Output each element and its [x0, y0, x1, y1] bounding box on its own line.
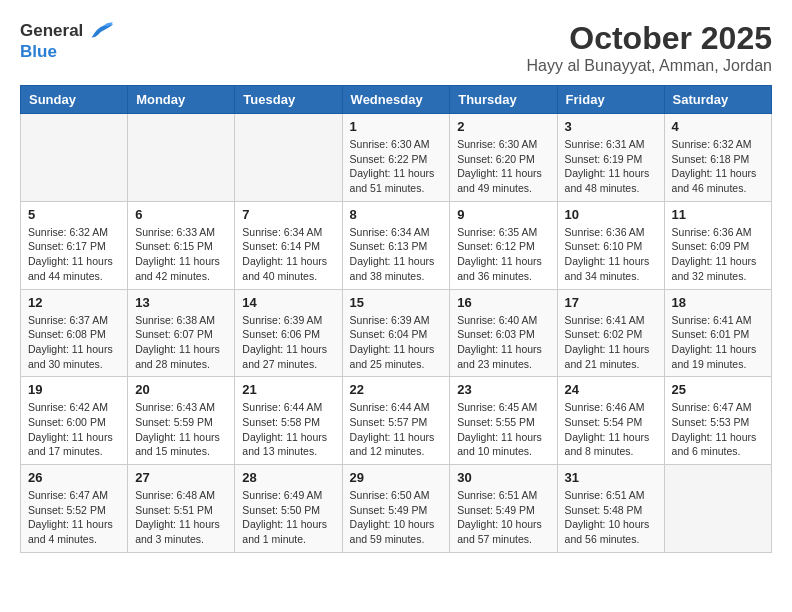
day-info: Sunrise: 6:39 AM Sunset: 6:04 PM Dayligh…: [350, 313, 443, 372]
calendar-cell: 16Sunrise: 6:40 AM Sunset: 6:03 PM Dayli…: [450, 289, 557, 377]
day-info: Sunrise: 6:30 AM Sunset: 6:20 PM Dayligh…: [457, 137, 549, 196]
calendar-cell: 18Sunrise: 6:41 AM Sunset: 6:01 PM Dayli…: [664, 289, 771, 377]
day-number: 5: [28, 207, 120, 222]
day-number: 21: [242, 382, 334, 397]
day-info: Sunrise: 6:35 AM Sunset: 6:12 PM Dayligh…: [457, 225, 549, 284]
day-number: 14: [242, 295, 334, 310]
day-info: Sunrise: 6:51 AM Sunset: 5:49 PM Dayligh…: [457, 488, 549, 547]
day-number: 29: [350, 470, 443, 485]
day-info: Sunrise: 6:42 AM Sunset: 6:00 PM Dayligh…: [28, 400, 120, 459]
day-number: 25: [672, 382, 764, 397]
calendar-week-4: 19Sunrise: 6:42 AM Sunset: 6:00 PM Dayli…: [21, 377, 772, 465]
day-info: Sunrise: 6:44 AM Sunset: 5:58 PM Dayligh…: [242, 400, 334, 459]
calendar-cell: 24Sunrise: 6:46 AM Sunset: 5:54 PM Dayli…: [557, 377, 664, 465]
calendar-cell: 26Sunrise: 6:47 AM Sunset: 5:52 PM Dayli…: [21, 465, 128, 553]
day-info: Sunrise: 6:46 AM Sunset: 5:54 PM Dayligh…: [565, 400, 657, 459]
weekday-header-tuesday: Tuesday: [235, 86, 342, 114]
day-number: 8: [350, 207, 443, 222]
calendar-cell: 1Sunrise: 6:30 AM Sunset: 6:22 PM Daylig…: [342, 114, 450, 202]
day-info: Sunrise: 6:45 AM Sunset: 5:55 PM Dayligh…: [457, 400, 549, 459]
day-number: 11: [672, 207, 764, 222]
calendar-cell: 31Sunrise: 6:51 AM Sunset: 5:48 PM Dayli…: [557, 465, 664, 553]
day-number: 20: [135, 382, 227, 397]
calendar-cell: 28Sunrise: 6:49 AM Sunset: 5:50 PM Dayli…: [235, 465, 342, 553]
calendar-week-1: 1Sunrise: 6:30 AM Sunset: 6:22 PM Daylig…: [21, 114, 772, 202]
day-info: Sunrise: 6:39 AM Sunset: 6:06 PM Dayligh…: [242, 313, 334, 372]
calendar-cell: 9Sunrise: 6:35 AM Sunset: 6:12 PM Daylig…: [450, 201, 557, 289]
day-number: 3: [565, 119, 657, 134]
day-info: Sunrise: 6:30 AM Sunset: 6:22 PM Dayligh…: [350, 137, 443, 196]
calendar-cell: 10Sunrise: 6:36 AM Sunset: 6:10 PM Dayli…: [557, 201, 664, 289]
logo-blue-text: Blue: [20, 42, 115, 62]
day-info: Sunrise: 6:43 AM Sunset: 5:59 PM Dayligh…: [135, 400, 227, 459]
day-number: 18: [672, 295, 764, 310]
calendar-cell: 17Sunrise: 6:41 AM Sunset: 6:02 PM Dayli…: [557, 289, 664, 377]
calendar-cell: 3Sunrise: 6:31 AM Sunset: 6:19 PM Daylig…: [557, 114, 664, 202]
calendar-cell: [128, 114, 235, 202]
calendar-cell: 15Sunrise: 6:39 AM Sunset: 6:04 PM Dayli…: [342, 289, 450, 377]
day-info: Sunrise: 6:40 AM Sunset: 6:03 PM Dayligh…: [457, 313, 549, 372]
day-number: 19: [28, 382, 120, 397]
day-info: Sunrise: 6:32 AM Sunset: 6:18 PM Dayligh…: [672, 137, 764, 196]
calendar-week-3: 12Sunrise: 6:37 AM Sunset: 6:08 PM Dayli…: [21, 289, 772, 377]
weekday-header-friday: Friday: [557, 86, 664, 114]
day-number: 26: [28, 470, 120, 485]
calendar-cell: [664, 465, 771, 553]
day-number: 6: [135, 207, 227, 222]
day-number: 10: [565, 207, 657, 222]
day-info: Sunrise: 6:33 AM Sunset: 6:15 PM Dayligh…: [135, 225, 227, 284]
calendar-cell: 8Sunrise: 6:34 AM Sunset: 6:13 PM Daylig…: [342, 201, 450, 289]
day-number: 22: [350, 382, 443, 397]
day-number: 15: [350, 295, 443, 310]
calendar-week-2: 5Sunrise: 6:32 AM Sunset: 6:17 PM Daylig…: [21, 201, 772, 289]
calendar-cell: 14Sunrise: 6:39 AM Sunset: 6:06 PM Dayli…: [235, 289, 342, 377]
day-number: 12: [28, 295, 120, 310]
calendar-cell: 25Sunrise: 6:47 AM Sunset: 5:53 PM Dayli…: [664, 377, 771, 465]
calendar-cell: 2Sunrise: 6:30 AM Sunset: 6:20 PM Daylig…: [450, 114, 557, 202]
day-info: Sunrise: 6:51 AM Sunset: 5:48 PM Dayligh…: [565, 488, 657, 547]
calendar-body: 1Sunrise: 6:30 AM Sunset: 6:22 PM Daylig…: [21, 114, 772, 553]
day-info: Sunrise: 6:41 AM Sunset: 6:01 PM Dayligh…: [672, 313, 764, 372]
calendar-cell: 4Sunrise: 6:32 AM Sunset: 6:18 PM Daylig…: [664, 114, 771, 202]
day-info: Sunrise: 6:47 AM Sunset: 5:53 PM Dayligh…: [672, 400, 764, 459]
calendar-cell: 19Sunrise: 6:42 AM Sunset: 6:00 PM Dayli…: [21, 377, 128, 465]
day-info: Sunrise: 6:50 AM Sunset: 5:49 PM Dayligh…: [350, 488, 443, 547]
weekday-header-monday: Monday: [128, 86, 235, 114]
calendar-cell: 5Sunrise: 6:32 AM Sunset: 6:17 PM Daylig…: [21, 201, 128, 289]
page-header: General Blue October 2025 Hayy al Bunayy…: [20, 20, 772, 75]
calendar-cell: 21Sunrise: 6:44 AM Sunset: 5:58 PM Dayli…: [235, 377, 342, 465]
day-number: 13: [135, 295, 227, 310]
day-info: Sunrise: 6:31 AM Sunset: 6:19 PM Dayligh…: [565, 137, 657, 196]
calendar-cell: 13Sunrise: 6:38 AM Sunset: 6:07 PM Dayli…: [128, 289, 235, 377]
day-number: 27: [135, 470, 227, 485]
weekday-header-wednesday: Wednesday: [342, 86, 450, 114]
weekday-header-thursday: Thursday: [450, 86, 557, 114]
calendar-cell: [235, 114, 342, 202]
day-info: Sunrise: 6:41 AM Sunset: 6:02 PM Dayligh…: [565, 313, 657, 372]
day-info: Sunrise: 6:48 AM Sunset: 5:51 PM Dayligh…: [135, 488, 227, 547]
day-number: 1: [350, 119, 443, 134]
day-info: Sunrise: 6:32 AM Sunset: 6:17 PM Dayligh…: [28, 225, 120, 284]
day-info: Sunrise: 6:36 AM Sunset: 6:09 PM Dayligh…: [672, 225, 764, 284]
day-number: 17: [565, 295, 657, 310]
calendar-cell: 11Sunrise: 6:36 AM Sunset: 6:09 PM Dayli…: [664, 201, 771, 289]
day-info: Sunrise: 6:44 AM Sunset: 5:57 PM Dayligh…: [350, 400, 443, 459]
day-number: 28: [242, 470, 334, 485]
calendar-cell: [21, 114, 128, 202]
weekday-header-saturday: Saturday: [664, 86, 771, 114]
day-number: 9: [457, 207, 549, 222]
day-number: 30: [457, 470, 549, 485]
day-info: Sunrise: 6:47 AM Sunset: 5:52 PM Dayligh…: [28, 488, 120, 547]
day-number: 7: [242, 207, 334, 222]
logo-general-text: General: [20, 21, 83, 41]
weekday-header-sunday: Sunday: [21, 86, 128, 114]
day-number: 16: [457, 295, 549, 310]
calendar-cell: 27Sunrise: 6:48 AM Sunset: 5:51 PM Dayli…: [128, 465, 235, 553]
day-info: Sunrise: 6:49 AM Sunset: 5:50 PM Dayligh…: [242, 488, 334, 547]
calendar-table: SundayMondayTuesdayWednesdayThursdayFrid…: [20, 85, 772, 553]
calendar-header-row: SundayMondayTuesdayWednesdayThursdayFrid…: [21, 86, 772, 114]
day-number: 31: [565, 470, 657, 485]
day-info: Sunrise: 6:36 AM Sunset: 6:10 PM Dayligh…: [565, 225, 657, 284]
day-number: 24: [565, 382, 657, 397]
day-info: Sunrise: 6:34 AM Sunset: 6:14 PM Dayligh…: [242, 225, 334, 284]
